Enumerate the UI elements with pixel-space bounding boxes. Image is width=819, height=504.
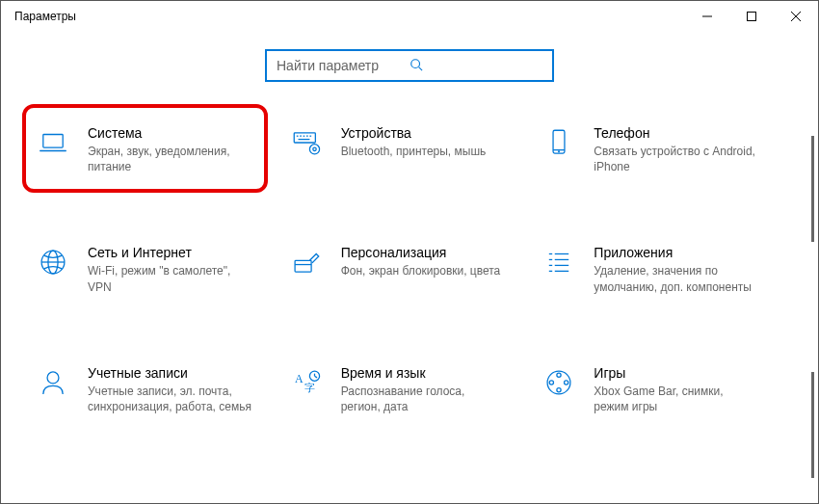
keyboard-icon [287, 123, 326, 162]
search-placeholder: Найти параметр [277, 58, 410, 73]
svg-point-40 [557, 373, 561, 377]
search-input[interactable]: Найти параметр [265, 49, 554, 82]
tile-title: Время и язык [341, 365, 505, 381]
svg-line-5 [419, 66, 423, 70]
laptop-icon [34, 123, 72, 162]
tile-desc: Учетные записи, эл. почта, синхронизация… [88, 384, 251, 414]
settings-window: Параметры Найти параметр [0, 0, 819, 504]
tile-time-language[interactable]: A字 Время и язык Распознавание голоса, ре… [283, 356, 537, 422]
svg-rect-8 [294, 133, 315, 143]
svg-point-33 [47, 372, 59, 384]
svg-rect-1 [748, 13, 756, 21]
tile-network[interactable]: Сеть и Интернет Wi-Fi, режим "в самолете… [30, 235, 283, 302]
svg-point-15 [309, 145, 319, 154]
tile-title: Учетные записи [88, 365, 251, 381]
settings-grid: Система Экран, звук, уведомления, питани… [1, 116, 818, 422]
tile-desc: Экран, звук, уведомления, питание [88, 144, 251, 174]
tile-desc: Удаление, значения по умолчанию, доп. ко… [594, 263, 757, 294]
person-icon [34, 363, 72, 402]
svg-point-4 [411, 59, 420, 67]
tile-system[interactable]: Система Экран, звук, уведомления, питани… [30, 116, 283, 182]
minimize-button[interactable] [685, 1, 729, 32]
svg-point-19 [559, 151, 560, 152]
tile-title: Приложения [594, 245, 757, 260]
gaming-icon [540, 363, 578, 402]
tile-desc: Связать устройство с Android, iPhone [594, 144, 757, 174]
tile-personalization[interactable]: Персонализация Фон, экран блокировки, цв… [283, 235, 537, 302]
svg-point-16 [312, 147, 315, 150]
scrollbar[interactable] [811, 372, 814, 478]
svg-text:字: 字 [304, 381, 315, 392]
tile-devices[interactable]: Устройства Bluetooth, принтеры, мышь [283, 116, 537, 182]
tile-title: Сеть и Интернет [88, 245, 251, 260]
tile-title: Персонализация [341, 245, 501, 260]
tile-apps[interactable]: Приложения Удаление, значения по умолчан… [536, 235, 789, 302]
globe-icon [34, 243, 72, 281]
tile-desc: Wi-Fi, режим "в самолете", VPN [88, 263, 251, 294]
tile-title: Игры [594, 365, 757, 381]
tile-gaming[interactable]: Игры Xbox Game Bar, снимки, режим игры [536, 356, 789, 422]
tile-desc: Xbox Game Bar, снимки, режим игры [594, 384, 757, 414]
phone-icon [540, 123, 578, 162]
svg-text:A: A [295, 372, 304, 385]
time-language-icon: A字 [287, 363, 326, 402]
tile-phone[interactable]: Телефон Связать устройство с Android, iP… [536, 116, 789, 182]
tile-title: Телефон [594, 125, 757, 141]
paint-icon [287, 243, 326, 281]
close-button[interactable] [774, 1, 818, 32]
titlebar: Параметры [1, 1, 818, 32]
svg-line-38 [314, 376, 317, 378]
svg-point-39 [547, 371, 570, 394]
window-title: Параметры [14, 10, 76, 23]
scrollbar[interactable] [811, 136, 814, 242]
search-icon [410, 58, 542, 74]
tile-accounts[interactable]: Учетные записи Учетные записи, эл. почта… [30, 356, 283, 422]
tile-desc: Bluetooth, принтеры, мышь [341, 144, 487, 159]
svg-point-41 [557, 387, 561, 391]
tile-title: Устройства [341, 125, 487, 141]
svg-rect-6 [43, 135, 63, 148]
svg-point-42 [550, 381, 554, 385]
svg-rect-23 [295, 261, 311, 273]
tile-desc: Распознавание голоса, регион, дата [341, 384, 505, 414]
tile-title: Система [88, 125, 251, 141]
tile-desc: Фон, экран блокировки, цвета [341, 263, 501, 279]
maximize-button[interactable] [729, 1, 774, 32]
svg-point-43 [565, 381, 568, 385]
apps-icon [540, 243, 578, 281]
